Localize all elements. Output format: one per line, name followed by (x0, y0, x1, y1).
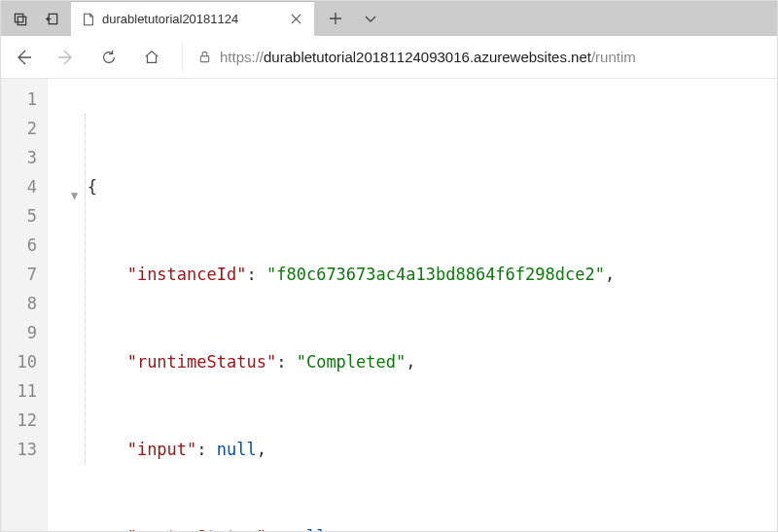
forward-button[interactable] (53, 45, 79, 70)
line-number: 3 (1, 143, 37, 172)
browser-tab[interactable]: durabletutorial20181124 (71, 1, 314, 36)
line-number: 5 (1, 201, 37, 231)
home-button[interactable] (139, 45, 164, 70)
svg-rect-0 (15, 14, 22, 21)
file-icon (81, 12, 96, 27)
fold-toggle-icon[interactable]: ▼ (71, 181, 78, 210)
tab-menu-button[interactable] (355, 5, 386, 32)
address-bar[interactable]: https://durabletutorial20181124093016.az… (182, 42, 767, 73)
refresh-button[interactable] (96, 45, 122, 70)
code-pane[interactable]: ▼ { "instanceId": "f80c673673ac4a13bd886… (48, 79, 777, 532)
line-number: 9 (1, 318, 37, 347)
line-number: 2 (1, 114, 37, 143)
line-number: 8 (1, 289, 37, 318)
line-number: 13 (1, 435, 37, 464)
line-number: 7 (1, 260, 37, 289)
svg-rect-1 (18, 17, 25, 24)
tab-actions (314, 1, 392, 36)
back-button[interactable] (11, 45, 36, 70)
tab-title: durabletutorial20181124 (102, 12, 281, 26)
indent-guide (85, 114, 86, 464)
line-number: 4 (1, 172, 37, 201)
svg-rect-3 (200, 56, 208, 62)
line-number: 6 (1, 231, 37, 260)
new-tab-button[interactable] (320, 5, 351, 32)
set-tabs-aside-icon[interactable] (38, 5, 65, 32)
line-number: 10 (1, 347, 37, 376)
line-gutter: 1 2 3 4 5 6 7 8 9 10 11 12 13 (1, 79, 48, 532)
line-number: 1 (1, 85, 37, 114)
tabs-aside-icon[interactable] (7, 5, 34, 32)
lock-icon (196, 50, 212, 65)
browser-toolbar: https://durabletutorial20181124093016.az… (1, 36, 777, 79)
url-text: https://durabletutorial20181124093016.az… (220, 49, 636, 65)
line-number: 12 (1, 406, 37, 435)
window-titlebar: durabletutorial20181124 (1, 1, 777, 36)
close-icon[interactable] (287, 11, 304, 28)
titlebar-button-group (1, 1, 71, 36)
json-viewer: 1 2 3 4 5 6 7 8 9 10 11 12 13 ▼ { "insta… (1, 79, 777, 532)
line-number: 11 (1, 376, 37, 406)
